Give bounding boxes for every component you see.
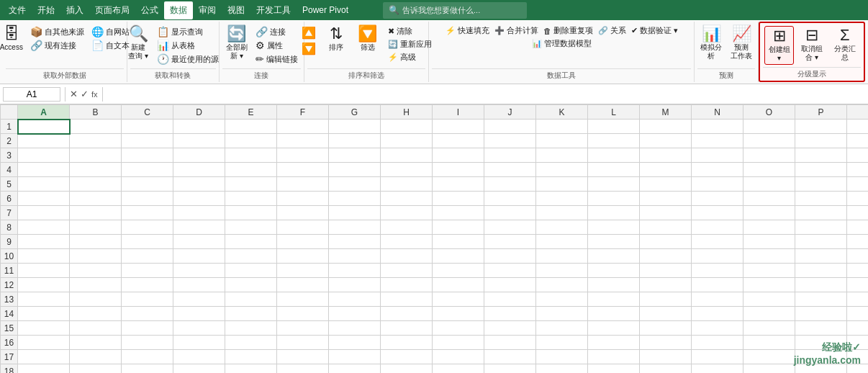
cell-I18[interactable] <box>433 364 484 374</box>
cell-reference-box[interactable]: A1 <box>3 87 60 102</box>
cell-E6[interactable] <box>225 192 277 206</box>
row-header-3[interactable]: 3 <box>1 148 18 163</box>
cell-O5[interactable] <box>743 177 795 192</box>
cell-P11[interactable] <box>795 264 847 278</box>
cell-Q6[interactable] <box>847 192 869 206</box>
col-header-N[interactable]: N <box>692 105 743 120</box>
cell-I3[interactable] <box>433 148 484 163</box>
cell-E7[interactable] <box>225 206 277 220</box>
cell-O18[interactable] <box>743 364 795 374</box>
cell-L6[interactable] <box>588 192 640 206</box>
cell-A5[interactable] <box>18 177 70 192</box>
cell-I11[interactable] <box>433 264 484 278</box>
cell-K2[interactable] <box>536 134 588 148</box>
cell-G5[interactable] <box>329 177 381 192</box>
cell-J16[interactable] <box>484 336 536 350</box>
forecast-button[interactable]: 📈 预测工作表 <box>727 24 756 62</box>
cell-I17[interactable] <box>433 350 484 364</box>
cell-K11[interactable] <box>536 264 588 278</box>
cell-P5[interactable] <box>795 177 847 192</box>
cell-L12[interactable] <box>588 278 640 292</box>
cell-N16[interactable] <box>692 336 743 350</box>
cell-F4[interactable] <box>277 163 329 177</box>
cell-N13[interactable] <box>692 292 743 307</box>
cell-B11[interactable] <box>70 264 122 278</box>
cell-P10[interactable] <box>795 249 847 264</box>
cell-B2[interactable] <box>70 134 122 148</box>
cell-M3[interactable] <box>640 148 692 163</box>
cell-Q3[interactable] <box>847 148 869 163</box>
cell-L9[interactable] <box>588 235 640 249</box>
cell-Q17[interactable] <box>847 350 869 364</box>
cell-O2[interactable] <box>743 134 795 148</box>
cell-K7[interactable] <box>536 206 588 220</box>
cell-N12[interactable] <box>692 278 743 292</box>
cell-F6[interactable] <box>277 192 329 206</box>
col-header-K[interactable]: K <box>536 105 588 120</box>
properties-button[interactable]: ⚙ 属性 <box>253 39 300 52</box>
cell-A14[interactable] <box>18 307 70 321</box>
cell-N17[interactable] <box>692 350 743 364</box>
cell-L1[interactable] <box>588 120 640 134</box>
cell-K13[interactable] <box>536 292 588 307</box>
cell-C1[interactable] <box>122 120 173 134</box>
cell-I5[interactable] <box>433 177 484 192</box>
cell-D2[interactable] <box>173 134 225 148</box>
subtotal-button[interactable]: Σ 分类汇总 <box>831 26 859 63</box>
col-header-J[interactable]: J <box>484 105 536 120</box>
cell-H4[interactable] <box>381 163 433 177</box>
cell-N11[interactable] <box>692 264 743 278</box>
cell-J7[interactable] <box>484 206 536 220</box>
menu-item-insert[interactable]: 插入 <box>60 1 89 19</box>
col-header-O[interactable]: O <box>743 105 795 120</box>
cell-C6[interactable] <box>122 192 173 206</box>
col-header-G[interactable]: G <box>329 105 381 120</box>
cell-N4[interactable] <box>692 163 743 177</box>
cell-H14[interactable] <box>381 307 433 321</box>
row-header-7[interactable]: 7 <box>1 206 18 220</box>
col-header-B[interactable]: B <box>70 105 122 120</box>
cell-A1[interactable] <box>18 120 70 134</box>
cell-A7[interactable] <box>18 206 70 220</box>
col-header-P[interactable]: P <box>795 105 847 120</box>
cell-A16[interactable] <box>18 336 70 350</box>
cell-J12[interactable] <box>484 278 536 292</box>
cell-D10[interactable] <box>173 249 225 264</box>
row-header-9[interactable]: 9 <box>1 235 18 249</box>
cell-C18[interactable] <box>122 364 173 374</box>
cell-K10[interactable] <box>536 249 588 264</box>
cell-A8[interactable] <box>18 220 70 235</box>
cell-B18[interactable] <box>70 364 122 374</box>
cell-H10[interactable] <box>381 249 433 264</box>
cell-F3[interactable] <box>277 148 329 163</box>
cell-I12[interactable] <box>433 278 484 292</box>
cell-M18[interactable] <box>640 364 692 374</box>
cell-F11[interactable] <box>277 264 329 278</box>
cell-A13[interactable] <box>18 292 70 307</box>
cell-Q11[interactable] <box>847 264 869 278</box>
cell-A10[interactable] <box>18 249 70 264</box>
cell-A17[interactable] <box>18 350 70 364</box>
cell-K3[interactable] <box>536 148 588 163</box>
cell-P17[interactable] <box>795 350 847 364</box>
row-header-5[interactable]: 5 <box>1 177 18 192</box>
cell-K15[interactable] <box>536 321 588 336</box>
cell-N8[interactable] <box>692 220 743 235</box>
cell-C14[interactable] <box>122 307 173 321</box>
col-header-M[interactable]: M <box>640 105 692 120</box>
cell-P1[interactable] <box>795 120 847 134</box>
col-header-H[interactable]: H <box>381 105 433 120</box>
cell-P7[interactable] <box>795 206 847 220</box>
confirm-formula-icon[interactable]: ✓ <box>81 89 89 99</box>
cell-J5[interactable] <box>484 177 536 192</box>
cell-J13[interactable] <box>484 292 536 307</box>
cell-C2[interactable] <box>122 134 173 148</box>
cell-J6[interactable] <box>484 192 536 206</box>
cell-Q2[interactable] <box>847 134 869 148</box>
menu-item-review[interactable]: 审阅 <box>193 1 222 19</box>
cell-L15[interactable] <box>588 321 640 336</box>
cell-D7[interactable] <box>173 206 225 220</box>
sort-button[interactable]: ⇅ 排序 <box>322 24 351 53</box>
cell-G18[interactable] <box>329 364 381 374</box>
cell-G10[interactable] <box>329 249 381 264</box>
